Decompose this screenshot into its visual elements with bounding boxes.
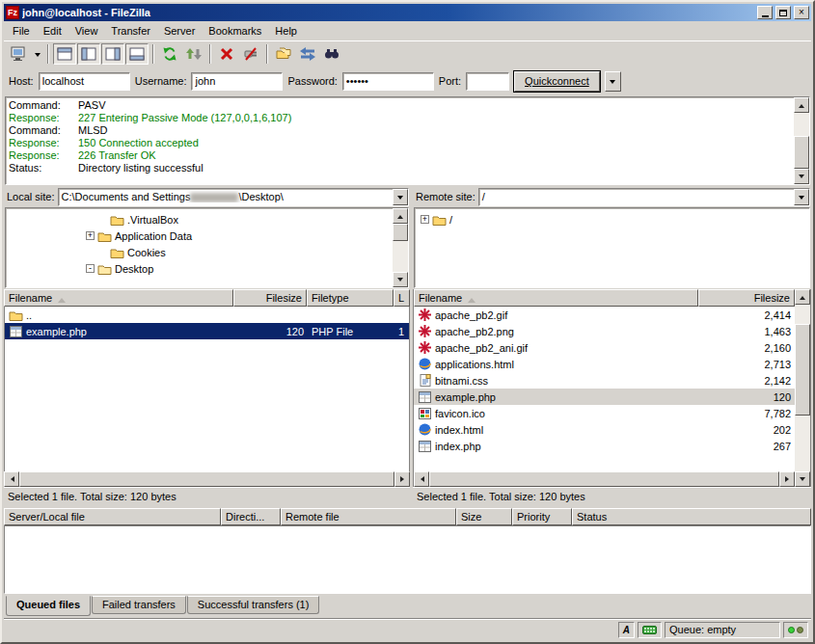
- password-input[interactable]: [342, 72, 434, 91]
- column-header-filename[interactable]: Filename: [4, 289, 233, 307]
- find-files-button[interactable]: [320, 43, 343, 65]
- quickconnect-button[interactable]: Quickconnect: [514, 71, 600, 92]
- directory-comparison-icon: [276, 47, 291, 61]
- remote-vertical-scrollbar[interactable]: [795, 289, 810, 487]
- minimize-button[interactable]: [757, 6, 773, 19]
- scroll-left-button[interactable]: [414, 471, 429, 487]
- file-row[interactable]: index.php 267: [414, 438, 795, 454]
- menu-edit[interactable]: Edit: [37, 23, 68, 39]
- site-manager-button[interactable]: [7, 43, 30, 65]
- scroll-down-button[interactable]: [393, 272, 408, 287]
- minimize-icon: [762, 15, 769, 17]
- queue-body[interactable]: [4, 525, 811, 594]
- file-row-selected[interactable]: example.php 120 PHP File 1: [5, 323, 409, 339]
- local-site-dropdown-button[interactable]: [393, 189, 408, 205]
- scroll-up-button[interactable]: [393, 208, 408, 224]
- scroll-thumb[interactable]: [393, 224, 408, 241]
- log-lines: Command:PASV Response:227 Entering Passi…: [6, 97, 794, 184]
- disconnect-button[interactable]: [239, 43, 262, 65]
- local-horizontal-scrollbar[interactable]: [4, 471, 410, 487]
- collapse-icon[interactable]: -: [86, 264, 95, 273]
- local-tree-scrollbar[interactable]: [393, 208, 408, 287]
- cancel-button[interactable]: [215, 43, 238, 65]
- column-header-filesize[interactable]: Filesize: [698, 289, 795, 307]
- scroll-thumb[interactable]: [795, 324, 810, 416]
- site-manager-dropdown-button[interactable]: [31, 43, 43, 65]
- remote-horizontal-scrollbar[interactable]: [414, 471, 795, 487]
- scroll-up-button[interactable]: [794, 97, 809, 113]
- menu-server[interactable]: Server: [157, 23, 202, 39]
- scroll-thumb[interactable]: [19, 471, 394, 487]
- remote-site-combo[interactable]: /: [478, 188, 810, 206]
- maximize-button[interactable]: [775, 6, 791, 19]
- scroll-thumb[interactable]: [794, 136, 809, 169]
- tab-queued-files[interactable]: Queued files: [6, 596, 91, 616]
- scroll-up-button[interactable]: [795, 289, 810, 305]
- scroll-left-button[interactable]: [4, 471, 19, 487]
- file-row[interactable]: bitnami.css 2,142: [414, 372, 795, 389]
- tree-item[interactable]: + /: [415, 211, 809, 228]
- tree-item[interactable]: - Desktop: [6, 260, 393, 277]
- tree-item[interactable]: Cookies: [6, 244, 393, 260]
- file-row[interactable]: apache_pb2.gif 2,414: [414, 307, 795, 323]
- file-row[interactable]: applications.html 2,713: [414, 356, 795, 372]
- synchronized-browsing-button[interactable]: [296, 43, 319, 65]
- file-row[interactable]: favicon.ico 7,782: [414, 405, 795, 421]
- image-file-icon: [418, 309, 432, 322]
- column-header-priority[interactable]: Priority: [512, 508, 572, 525]
- column-header-status[interactable]: Status: [572, 508, 811, 525]
- file-row[interactable]: apache_pb2_ani.gif 2,160: [414, 339, 795, 356]
- menu-view[interactable]: View: [68, 23, 105, 39]
- expand-icon[interactable]: +: [421, 215, 429, 224]
- scroll-thumb[interactable]: [429, 471, 779, 487]
- refresh-button[interactable]: [158, 43, 181, 65]
- host-input[interactable]: [39, 72, 130, 91]
- tab-failed-transfers[interactable]: Failed transfers: [92, 596, 186, 614]
- tab-successful-transfers[interactable]: Successful transfers (1): [187, 596, 320, 614]
- transfer-type-indicator[interactable]: A: [618, 622, 635, 638]
- scroll-track: [795, 416, 810, 471]
- menu-bookmarks[interactable]: Bookmarks: [202, 23, 268, 39]
- process-queue-button[interactable]: [182, 43, 205, 65]
- column-header-filesize[interactable]: Filesize: [233, 289, 307, 307]
- log-scrollbar[interactable]: [794, 97, 809, 184]
- file-row[interactable]: index.html 202: [414, 421, 795, 438]
- file-row-selected[interactable]: example.php 120: [414, 389, 795, 405]
- menu-file[interactable]: File: [6, 23, 37, 39]
- toggle-local-tree-button[interactable]: [77, 43, 100, 65]
- expand-icon[interactable]: +: [86, 231, 95, 240]
- file-row-up[interactable]: ..: [5, 307, 409, 323]
- menu-help[interactable]: Help: [268, 23, 304, 39]
- toggle-remote-tree-button[interactable]: [101, 43, 124, 65]
- column-header-remote-file[interactable]: Remote file: [281, 508, 456, 525]
- scroll-down-button[interactable]: [794, 169, 809, 184]
- local-site-combo[interactable]: C:\Documents and Settings\Desktop\: [58, 188, 409, 206]
- close-button[interactable]: ×: [794, 6, 809, 19]
- scroll-right-button[interactable]: [394, 471, 410, 487]
- quickconnect-dropdown-button[interactable]: [605, 71, 621, 92]
- toggle-queue-button[interactable]: [125, 43, 149, 65]
- column-header-direction[interactable]: Directi...: [221, 508, 281, 525]
- directory-comparison-button[interactable]: [272, 43, 295, 65]
- tree-item[interactable]: + Application Data: [6, 228, 393, 244]
- scroll-right-button[interactable]: [779, 471, 795, 487]
- queue-tabs: Queued files Failed transfers Successful…: [4, 596, 811, 616]
- image-file-icon: [418, 325, 432, 338]
- toggle-log-button[interactable]: [53, 43, 76, 65]
- tree-item[interactable]: .VirtualBox: [6, 211, 393, 228]
- column-header-filetype[interactable]: Filetype: [307, 289, 394, 307]
- toggle-log-icon: [57, 47, 72, 61]
- titlebar[interactable]: Fz john@localhost - FileZilla ×: [4, 4, 811, 21]
- port-input[interactable]: [466, 72, 509, 91]
- encryption-indicator[interactable]: [638, 622, 662, 638]
- remote-site-dropdown-button[interactable]: [794, 189, 809, 205]
- column-header-lastmodified[interactable]: L: [394, 289, 410, 307]
- menu-transfer[interactable]: Transfer: [104, 23, 157, 39]
- scroll-down-button[interactable]: [795, 471, 810, 487]
- file-row[interactable]: apache_pb2.png 1,463: [414, 323, 795, 339]
- column-header-filename[interactable]: Filename: [414, 289, 698, 307]
- column-header-server-local-file[interactable]: Server/Local file: [4, 508, 221, 525]
- sort-ascending-icon: [468, 294, 475, 303]
- username-input[interactable]: [191, 72, 283, 91]
- column-header-size[interactable]: Size: [456, 508, 512, 525]
